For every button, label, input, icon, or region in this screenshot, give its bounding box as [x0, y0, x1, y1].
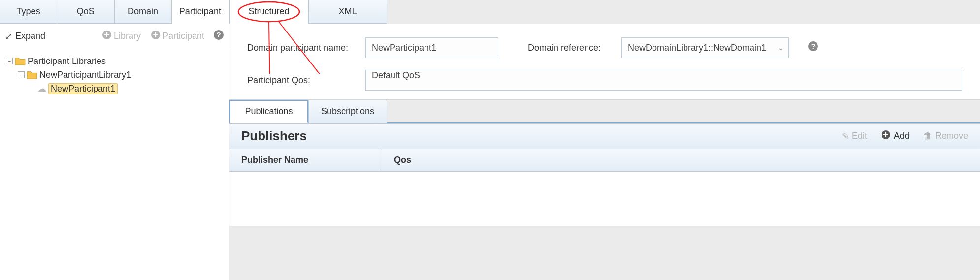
tab-qos[interactable]: QoS [57, 0, 114, 24]
remove-button[interactable]: 🗑 Remove [923, 131, 968, 141]
edit-button[interactable]: ✎ Edit [842, 131, 867, 142]
help-icon[interactable]: ? [808, 41, 818, 55]
tab-domain[interactable]: Domain [115, 0, 172, 24]
plus-icon [151, 30, 161, 43]
col-publisher-name: Publisher Name [229, 149, 382, 171]
form-row-name: Domain participant name: Domain referenc… [247, 37, 962, 58]
svg-text:?: ? [811, 42, 815, 50]
tree-participant-row[interactable]: ☁ NewParticipant1 [4, 82, 225, 95]
sub-tabs: Publications Subscriptions [229, 99, 980, 123]
publishers-title: Publishers [241, 128, 828, 144]
cloud-icon: ☁ [37, 83, 46, 94]
add-button[interactable]: Add [881, 130, 910, 142]
expand-icon: ⤢ [5, 31, 12, 42]
qos-label: Participant Qos: [247, 75, 356, 86]
participant-form: Domain participant name: Domain referenc… [229, 24, 980, 99]
add-participant-label: Participant [163, 31, 204, 41]
tab-participant[interactable]: Participant [172, 0, 229, 24]
col-qos: Qos [382, 149, 980, 171]
edit-label: Edit [852, 131, 867, 141]
tab-types[interactable]: Types [0, 0, 57, 24]
participant-tree: − Participant Libraries − NewParticipant… [0, 49, 229, 280]
tab-publications[interactable]: Publications [229, 100, 308, 123]
form-row-qos: Participant Qos: Default QoS [247, 70, 962, 91]
tree-lib-label: NewParticipantLibrary1 [39, 70, 131, 80]
domain-ref-select[interactable]: NewDomainLibrary1::NewDomain1 ⌄ [621, 37, 789, 58]
left-toolbar: ⤢ Expand Library Participant ? [0, 24, 229, 49]
name-label: Domain participant name: [247, 43, 356, 53]
tree-root-label: Participant Libraries [28, 56, 106, 66]
svg-text:?: ? [216, 31, 221, 39]
chevron-down-icon: ⌄ [778, 44, 784, 52]
tree-participant-label: NewParticipant1 [48, 83, 118, 94]
subtabs-spacer [387, 100, 980, 123]
publishers-table-body [229, 172, 980, 226]
left-panel: Types QoS Domain Participant ⤢ Expand Li… [0, 0, 229, 280]
trash-icon: 🗑 [923, 131, 932, 141]
tree-root-row[interactable]: − Participant Libraries [4, 54, 225, 68]
plus-icon [102, 30, 112, 43]
tab-xml[interactable]: XML [308, 0, 387, 24]
qos-value: Default QoS [372, 70, 420, 80]
plus-icon [881, 130, 891, 142]
add-label: Add [894, 131, 910, 141]
publishers-table-header: Publisher Name Qos [229, 149, 980, 172]
tab-subscriptions[interactable]: Subscriptions [308, 100, 387, 123]
expand-label: Expand [15, 31, 45, 41]
main-tabs: Types QoS Domain Participant [0, 0, 229, 24]
participant-name-input[interactable] [365, 37, 498, 58]
participant-qos-input[interactable]: Default QoS [365, 70, 962, 91]
expand-button[interactable]: ⤢ Expand [5, 31, 45, 42]
tab-structured[interactable]: Structured [229, 0, 308, 24]
tree-lib-row[interactable]: − NewParticipantLibrary1 [4, 68, 225, 82]
folder-icon [15, 57, 26, 65]
help-icon[interactable]: ? [213, 30, 224, 43]
publishers-panel: Publishers ✎ Edit Add 🗑 Remove Publish [229, 123, 980, 226]
add-library-button[interactable]: Library [102, 30, 141, 43]
collapse-icon[interactable]: − [6, 58, 13, 64]
publishers-header: Publishers ✎ Edit Add 🗑 Remove [229, 123, 980, 149]
collapse-icon[interactable]: − [18, 71, 25, 78]
remove-label: Remove [935, 131, 968, 141]
pencil-icon: ✎ [842, 131, 849, 142]
editor-tabs: Structured XML [229, 0, 980, 24]
domain-ref-label: Domain reference: [528, 43, 612, 53]
domain-ref-value: NewDomainLibrary1::NewDomain1 [628, 43, 766, 53]
add-library-label: Library [114, 31, 141, 41]
add-participant-button[interactable]: Participant [151, 30, 204, 43]
right-panel: Structured XML Domain participant name: … [229, 0, 980, 280]
folder-icon [27, 70, 37, 79]
